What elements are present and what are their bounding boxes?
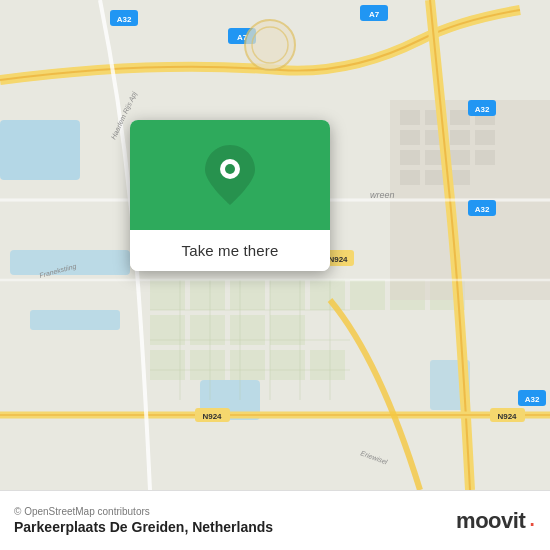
svg-rect-38: [400, 130, 420, 145]
svg-text:A32: A32: [525, 395, 540, 404]
svg-rect-16: [190, 350, 225, 380]
svg-rect-34: [400, 110, 420, 125]
svg-rect-45: [475, 150, 495, 165]
svg-rect-20: [350, 280, 385, 310]
footer-location: Parkeerplaats De Greiden, Netherlands: [14, 519, 273, 535]
svg-text:N924: N924: [497, 412, 517, 421]
svg-rect-10: [310, 280, 345, 310]
svg-rect-47: [425, 170, 445, 185]
svg-rect-36: [450, 110, 470, 125]
popup-header: [130, 120, 330, 230]
location-pin-icon: [205, 145, 255, 205]
svg-rect-42: [400, 150, 420, 165]
svg-text:wreen: wreen: [370, 190, 395, 200]
svg-text:N924: N924: [328, 255, 348, 264]
svg-rect-8: [230, 280, 265, 310]
moovit-logo: moovit ·: [456, 507, 536, 535]
svg-rect-40: [450, 130, 470, 145]
svg-rect-44: [450, 150, 470, 165]
svg-rect-7: [190, 280, 225, 310]
svg-point-74: [225, 164, 235, 174]
svg-rect-3: [30, 310, 120, 330]
footer-attribution: © OpenStreetMap contributors: [14, 506, 273, 517]
svg-rect-13: [230, 315, 265, 345]
svg-rect-1: [0, 120, 80, 180]
map-area: N924 N924 A7 A32 A32 A32 A32 A7 N924 wre…: [0, 0, 550, 490]
svg-rect-17: [230, 350, 265, 380]
footer-info: © OpenStreetMap contributors Parkeerplaa…: [14, 506, 273, 535]
moovit-dot: ·: [528, 509, 536, 537]
svg-text:A32: A32: [475, 105, 490, 114]
svg-rect-46: [400, 170, 420, 185]
svg-text:A32: A32: [117, 15, 132, 24]
svg-rect-12: [190, 315, 225, 345]
svg-rect-19: [310, 350, 345, 380]
svg-text:N924: N924: [202, 412, 222, 421]
svg-text:A7: A7: [369, 10, 380, 19]
moovit-logo-text: moovit: [456, 508, 525, 534]
location-popup: Take me there: [130, 120, 330, 271]
svg-rect-2: [10, 250, 130, 275]
svg-rect-41: [475, 130, 495, 145]
svg-text:A32: A32: [475, 205, 490, 214]
take-me-there-button[interactable]: Take me there: [130, 230, 330, 271]
footer: © OpenStreetMap contributors Parkeerplaa…: [0, 490, 550, 550]
